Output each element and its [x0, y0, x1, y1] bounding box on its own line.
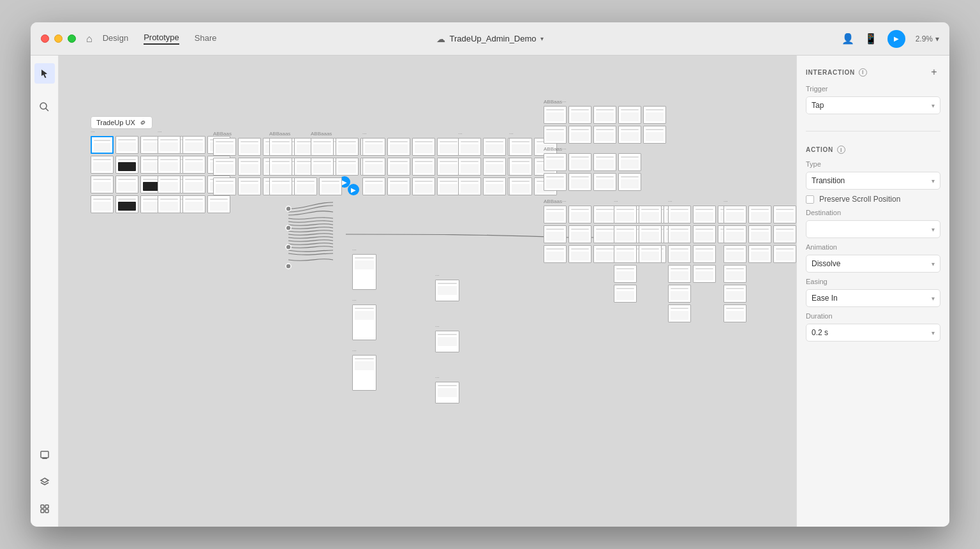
mini-frame[interactable]	[213, 138, 236, 156]
mini-frame[interactable]	[158, 136, 181, 154]
mini-frame[interactable]	[568, 245, 591, 263]
mini-frame[interactable]	[693, 245, 716, 263]
zoom-control[interactable]: 2.9% ▾	[916, 34, 939, 43]
animation-select[interactable]: Dissolve ▾	[806, 255, 940, 273]
mini-frame[interactable]	[618, 106, 641, 124]
mini-frame[interactable]	[387, 138, 410, 156]
mini-frame[interactable]	[362, 177, 385, 195]
mini-frame[interactable]	[115, 136, 138, 154]
mini-frame[interactable]	[544, 245, 567, 263]
maximize-button[interactable]	[68, 34, 76, 43]
mini-frame[interactable]	[238, 177, 261, 195]
mini-frame[interactable]	[269, 158, 292, 176]
device-icon[interactable]: 📱	[865, 33, 877, 45]
play-button[interactable]: ▶	[887, 30, 905, 48]
mini-frame[interactable]	[207, 195, 230, 213]
mini-frame[interactable]	[593, 206, 616, 223]
mini-frame[interactable]	[724, 265, 746, 283]
mini-frame[interactable]	[544, 106, 567, 124]
mini-frame[interactable]	[115, 176, 138, 193]
type-select[interactable]: Transition ▾	[806, 172, 940, 190]
mini-frame[interactable]	[352, 355, 376, 391]
mini-frame[interactable]	[91, 156, 114, 174]
mini-frame[interactable]	[748, 245, 771, 263]
mini-frame[interactable]	[693, 265, 716, 283]
mini-frame[interactable]	[544, 126, 567, 144]
profile-icon[interactable]: 👤	[842, 33, 854, 45]
mini-frame[interactable]	[458, 177, 481, 195]
mini-frame[interactable]	[483, 138, 506, 156]
mini-frame[interactable]	[269, 138, 292, 156]
mini-frame[interactable]	[158, 156, 181, 174]
mini-frame[interactable]	[158, 176, 181, 193]
mini-frame[interactable]	[387, 177, 410, 195]
mini-frame[interactable]	[568, 153, 591, 171]
mini-frame[interactable]	[668, 285, 691, 303]
mini-frame[interactable]	[618, 126, 641, 144]
mini-frame[interactable]	[724, 225, 746, 243]
duration-select[interactable]: 0.2 s ▾	[806, 324, 940, 342]
mini-frame[interactable]	[311, 138, 334, 156]
mini-frame[interactable]	[614, 265, 637, 283]
mini-frame[interactable]	[568, 173, 591, 191]
mini-frame[interactable]	[435, 331, 459, 352]
mini-frame[interactable]	[668, 265, 691, 283]
mini-frame[interactable]	[213, 177, 236, 195]
mini-frame[interactable]	[115, 156, 138, 174]
mini-frame[interactable]	[773, 245, 796, 263]
mini-frame[interactable]	[668, 206, 691, 223]
preserve-scroll-checkbox[interactable]	[806, 195, 814, 204]
mini-frame[interactable]	[544, 225, 567, 243]
mini-frame[interactable]	[437, 158, 460, 176]
trigger-select[interactable]: Tap ▾	[806, 96, 940, 114]
mini-frame[interactable]	[748, 225, 771, 243]
mini-frame[interactable]	[639, 245, 662, 263]
assets-tool[interactable]	[34, 499, 55, 519]
search-tool[interactable]	[34, 96, 55, 117]
mini-frame[interactable]	[352, 305, 376, 340]
mini-frame[interactable]	[362, 138, 385, 156]
mini-frame[interactable]	[319, 177, 342, 195]
mini-frame[interactable]	[412, 138, 435, 156]
mini-frame[interactable]	[509, 138, 532, 156]
prototype-canvas[interactable]: TradeUp UX	[59, 56, 796, 527]
mini-frame[interactable]	[639, 206, 662, 223]
mini-frame[interactable]	[483, 177, 506, 195]
mini-frame[interactable]	[614, 285, 637, 303]
mini-frame[interactable]	[593, 173, 616, 191]
mini-frame[interactable]	[182, 156, 205, 174]
mini-frame[interactable]	[593, 153, 616, 171]
mini-frame[interactable]	[362, 158, 385, 176]
mini-frame[interactable]	[614, 206, 637, 223]
mini-frame[interactable]	[182, 176, 205, 193]
mini-frame[interactable]	[593, 245, 616, 263]
mini-frame[interactable]	[544, 206, 567, 223]
mini-frame[interactable]	[91, 176, 114, 193]
mini-frame[interactable]	[668, 225, 691, 243]
mini-frame[interactable]	[568, 225, 591, 243]
mini-frame[interactable]	[238, 138, 261, 156]
mini-frame[interactable]	[437, 138, 460, 156]
close-button[interactable]	[41, 34, 49, 43]
mini-frame[interactable]	[618, 153, 641, 171]
mini-frame[interactable]	[544, 153, 567, 171]
mini-frame[interactable]	[311, 158, 334, 176]
mini-frame[interactable]	[593, 126, 616, 144]
home-icon[interactable]: ⌂	[86, 33, 93, 45]
mini-frame[interactable]	[509, 158, 532, 176]
mini-frame[interactable]	[435, 280, 459, 301]
mini-frame[interactable]	[458, 138, 481, 156]
mini-frame[interactable]	[336, 138, 359, 156]
mini-frame[interactable]	[115, 195, 138, 213]
mini-frame[interactable]	[294, 177, 317, 195]
mini-frame[interactable]	[91, 136, 114, 154]
mini-frame[interactable]	[213, 158, 236, 176]
mini-frame[interactable]	[568, 126, 591, 144]
mini-frame[interactable]	[693, 206, 716, 223]
mini-frame[interactable]	[568, 106, 591, 124]
pages-tool[interactable]	[34, 445, 55, 465]
minimize-button[interactable]	[54, 34, 63, 43]
mini-frame[interactable]	[643, 106, 666, 124]
mini-frame[interactable]	[593, 106, 616, 124]
mini-frame[interactable]	[182, 195, 205, 213]
